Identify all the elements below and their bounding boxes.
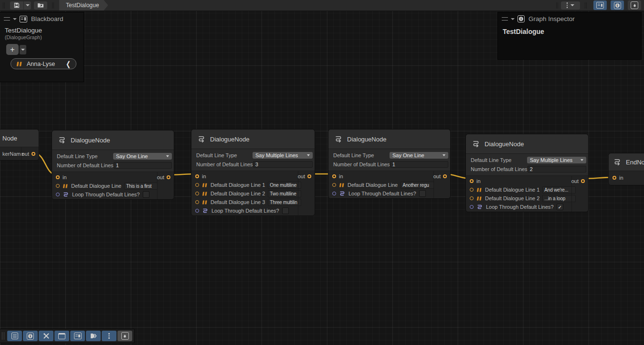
dialogue-line-field[interactable]: ...in a loop (542, 195, 576, 202)
line-type-dropdown[interactable]: Say Multiple Lines (253, 152, 313, 159)
toggle-blackboard-button[interactable] (70, 331, 85, 341)
string-port[interactable] (56, 184, 60, 188)
dropdown-value: Say Multiple Lines (255, 152, 298, 158)
chevron-down-icon (443, 154, 445, 156)
in-port[interactable] (470, 179, 474, 183)
out-port[interactable] (167, 175, 170, 179)
toggle-tools-button[interactable] (39, 331, 53, 341)
toggle-info-button[interactable]: i (23, 331, 38, 341)
speaker-node-partial[interactable]: Node kerName out (0, 129, 39, 161)
node-ports: kerName out (0, 147, 39, 160)
add-variable-button[interactable]: + (6, 44, 19, 55)
node-header[interactable]: DialogueNode (466, 134, 588, 154)
options-menu-button[interactable] (561, 1, 580, 10)
dialogue-line-field[interactable]: Three multilin (268, 199, 301, 206)
line-type-dropdown[interactable]: Say Multiple Lines (527, 157, 586, 163)
toggle-blackboard-button[interactable] (593, 0, 607, 10)
out-port[interactable] (581, 179, 585, 183)
port-row: in (191, 172, 298, 181)
property-label: Default Line Type (333, 152, 390, 158)
dialogue-node-3[interactable]: DialogueNode Default Line Type Say One L… (328, 129, 451, 199)
inspector-header[interactable]: i Graph Inspector (498, 12, 641, 25)
breadcrumb[interactable]: TestDialogue (59, 0, 108, 11)
num-default-lines-input[interactable]: 3 (253, 161, 313, 168)
line-type-dropdown[interactable]: Say One Line (390, 152, 448, 159)
blackboard-header[interactable]: Blackboard (0, 12, 84, 25)
quote-icon (202, 183, 208, 187)
node-header[interactable]: DialogueNode (328, 129, 450, 149)
toggle-console-button[interactable] (7, 331, 22, 341)
expose-chevron-icon[interactable]: ❮ (66, 60, 71, 68)
loop-checkbox[interactable] (282, 207, 289, 214)
end-node[interactable]: EndNode in (608, 153, 644, 185)
dropdown-value: Say Multiple Lines (530, 157, 572, 163)
save-dropdown-button[interactable] (24, 1, 31, 10)
node-header[interactable]: DialogueNode (191, 129, 315, 149)
out-column: out (21, 147, 39, 160)
toggle-transition-button[interactable] (86, 331, 101, 341)
dialogue-node-icon (334, 135, 343, 143)
bool-port[interactable] (56, 193, 60, 196)
graph-type: (DialogueGraph) (5, 34, 79, 40)
top-toolbar: TestDialogue i (0, 0, 644, 11)
open-asset-button[interactable] (34, 1, 47, 10)
num-default-lines-input[interactable]: 1 (390, 161, 448, 168)
dialogue-line-field[interactable]: This is a first (124, 183, 158, 190)
toggle-inspector-button[interactable]: i (611, 0, 624, 10)
in-port[interactable] (195, 174, 199, 178)
out-port[interactable] (307, 174, 311, 178)
string-port[interactable] (195, 192, 199, 195)
toggle-preview-button[interactable] (628, 0, 641, 10)
dialogue-line-field[interactable]: Another regu (401, 182, 434, 189)
num-default-lines-input[interactable]: 2 (528, 166, 586, 172)
property-row: Default Line Type Say One Line (52, 152, 174, 160)
out-row: out (572, 177, 588, 185)
property-row: Default Line Type Say Multiple Lines (466, 156, 588, 164)
node-header[interactable]: EndNode (609, 153, 644, 171)
drag-handle-icon[interactable] (4, 17, 10, 21)
toggle-window-button[interactable] (54, 331, 69, 341)
add-variable-dropdown[interactable] (20, 45, 26, 54)
in-port[interactable] (332, 174, 336, 178)
out-port[interactable] (443, 174, 447, 178)
toggle-preview-button[interactable] (117, 331, 132, 341)
dialogue-node-2[interactable]: DialogueNode Default Line Type Say Multi… (191, 129, 315, 216)
bool-port[interactable] (332, 192, 336, 195)
toolbar-drag-handle[interactable] (2, 332, 4, 340)
dialogue-line-field[interactable]: Two multiline (268, 190, 301, 197)
num-default-lines-input[interactable]: 1 (114, 162, 172, 169)
dialogue-node-1[interactable]: DialogueNode Default Line Type Say One L… (52, 130, 174, 200)
drag-handle-icon[interactable] (502, 17, 508, 21)
node-header[interactable]: DialogueNode (52, 130, 174, 150)
loop-checkbox[interactable] (419, 190, 426, 197)
in-port[interactable] (56, 175, 60, 179)
string-port[interactable] (332, 183, 336, 187)
string-port[interactable] (470, 196, 474, 200)
string-port[interactable] (195, 183, 199, 187)
blackboard-variable[interactable]: Anna-Lyse ❮ (11, 58, 76, 69)
out-column: out (571, 176, 588, 212)
dialogue-node-4[interactable]: DialogueNode Default Line Type Say Multi… (465, 134, 589, 212)
node-title: Node (2, 135, 17, 142)
quote-icon (339, 183, 345, 187)
line-type-dropdown[interactable]: Say One Line (113, 153, 172, 160)
out-port[interactable] (32, 152, 35, 156)
save-button[interactable] (10, 1, 23, 10)
node-header[interactable]: Node (0, 129, 39, 147)
dialogue-line-field[interactable]: One multiline (268, 182, 301, 189)
toolbar-options-button[interactable] (102, 331, 116, 341)
loop-icon (63, 192, 69, 197)
collapse-chevron-icon[interactable] (13, 18, 17, 20)
loop-checkbox[interactable]: ✓ (557, 204, 563, 210)
loop-checkbox[interactable] (143, 191, 149, 198)
bool-port[interactable] (470, 205, 474, 209)
string-port[interactable] (470, 188, 474, 192)
out-label: out (433, 173, 441, 179)
bool-port[interactable] (195, 209, 199, 213)
collapse-chevron-icon[interactable] (511, 18, 515, 20)
port-row: in (466, 177, 572, 185)
in-port[interactable] (612, 176, 616, 180)
dialogue-line-field[interactable]: And we're... (542, 186, 576, 194)
dialogue-node-icon (472, 140, 480, 148)
string-port[interactable] (195, 200, 199, 204)
